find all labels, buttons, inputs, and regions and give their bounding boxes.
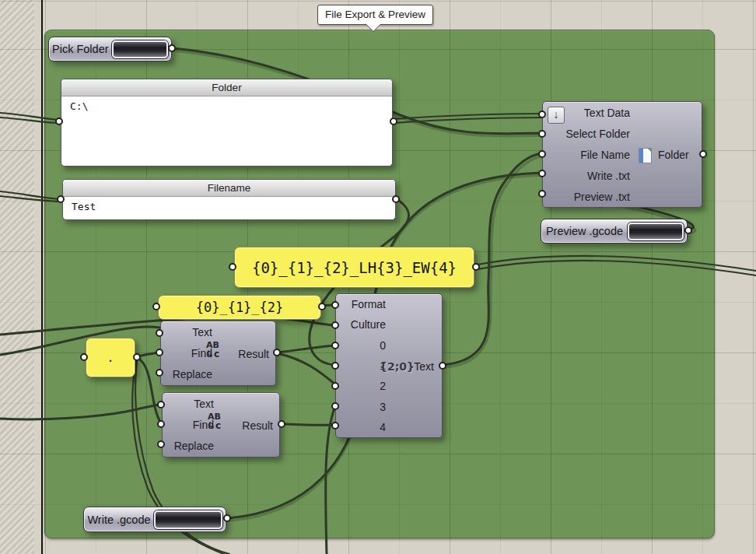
format-pattern-icon: {2;0} — [380, 360, 415, 373]
replace-ab-to-c-icon: AB ↳c — [206, 341, 219, 359]
format-input-3: 3 — [380, 401, 386, 413]
format-short-value: {0}_{1}_{2} — [196, 300, 284, 315]
textdata-grip-in-1[interactable] — [538, 130, 546, 138]
format-short-output-grip[interactable] — [318, 303, 326, 310]
folder-panel-input-grip[interactable] — [55, 117, 63, 125]
format-string-input-grip[interactable] — [229, 263, 236, 271]
write-gcode-button[interactable]: Write .gcode — [83, 507, 226, 532]
replace2-grip-replace[interactable] — [157, 440, 165, 448]
replace1-grip-replace[interactable] — [156, 369, 163, 377]
format-grip-culture[interactable] — [331, 321, 339, 329]
write-gcode-output-grip[interactable] — [223, 514, 231, 522]
replace2-output-result: Result — [242, 419, 273, 432]
textdata-grip-in-0[interactable] — [538, 110, 546, 118]
preview-gcode-label: Preview .gcode — [541, 225, 628, 237]
pick-folder-pressable[interactable] — [112, 40, 168, 58]
folder-panel[interactable]: Folder C:\ — [61, 79, 393, 167]
preview-gcode-output-grip[interactable] — [684, 226, 692, 234]
format-input-2: 2 — [380, 380, 386, 392]
format-short-input-grip[interactable] — [152, 303, 160, 310]
separator-value: . — [107, 351, 114, 365]
replace1-output-result: Result — [238, 348, 269, 360]
replace-text-component-2[interactable]: Text Find Replace AB ↳c Result — [162, 392, 280, 458]
filename-panel-input-grip[interactable] — [57, 195, 65, 203]
replace2-grip-result[interactable] — [278, 420, 285, 428]
textdata-input-filename: File Name — [580, 149, 630, 161]
separator-input-grip[interactable] — [80, 353, 88, 361]
format-short-panel[interactable]: {0}_{1}_{2} — [158, 295, 321, 320]
folder-panel-value[interactable]: C:\ — [61, 96, 392, 116]
textdata-input-previewtxt: Preview .txt — [574, 191, 630, 203]
filename-panel-value[interactable]: Test — [63, 197, 395, 216]
replace1-grip-text[interactable] — [156, 329, 163, 337]
filename-panel[interactable]: Filename Test — [62, 179, 396, 220]
textdata-input-selectfolder: Select Folder — [566, 128, 630, 140]
textdata-grip-in-2[interactable] — [538, 150, 546, 158]
replace1-grip-find[interactable] — [156, 349, 163, 356]
format-grip-3[interactable] — [331, 402, 339, 410]
replace1-input-text: Text — [192, 326, 212, 338]
format-grip-format[interactable] — [331, 301, 339, 309]
format-grip-4[interactable] — [331, 422, 339, 430]
separator-panel[interactable]: . — [86, 338, 135, 377]
preview-gcode-pressable[interactable] — [628, 223, 684, 240]
textdata-input-textdata: Text Data — [584, 107, 630, 119]
pick-folder-button[interactable]: Pick Folder — [48, 37, 172, 61]
replace2-input-replace: Replace — [174, 440, 214, 452]
write-gcode-pressable[interactable] — [154, 510, 222, 529]
grasshopper-canvas: { "group": { "title": "File Export & Pre… — [0, 0, 756, 554]
text-file-icon — [639, 148, 652, 163]
format-grip-text-out[interactable] — [439, 362, 446, 370]
replace-text-component-1[interactable]: Text Find Replace AB ↳c Result — [160, 321, 276, 386]
textdata-output-folder: Folder — [658, 149, 689, 161]
replace-ab-to-c-icon: AB ↳c — [208, 412, 221, 430]
replace2-grip-find[interactable] — [157, 420, 165, 428]
group-title-tag[interactable]: File Export & Preview — [317, 5, 433, 25]
folder-panel-title: Folder — [61, 79, 392, 96]
preview-gcode-button[interactable]: Preview .gcode — [541, 219, 688, 244]
format-string-panel[interactable]: {0}_{1}_{2}_LH{3}_EW{4} — [234, 247, 474, 288]
format-grip-1[interactable] — [331, 362, 339, 370]
format-string-value: {0}_{1}_{2}_LH{3}_EW{4} — [252, 259, 457, 276]
filename-panel-output-grip[interactable] — [392, 195, 400, 203]
folder-panel-output-grip[interactable] — [390, 117, 397, 125]
format-grip-2[interactable] — [331, 382, 339, 390]
format-grip-0[interactable] — [331, 342, 339, 349]
filename-panel-title: Filename — [63, 180, 395, 197]
textdata-grip-in-3[interactable] — [538, 170, 546, 177]
pick-folder-label: Pick Folder — [49, 43, 112, 55]
textdata-input-writetxt: Write .txt — [587, 170, 630, 182]
replace1-input-replace: Replace — [173, 368, 212, 380]
format-input-0: 0 — [380, 339, 386, 352]
format-component[interactable]: Format Culture 0 1 2 3 4 {2;0} Text — [335, 293, 443, 438]
group-title: File Export & Preview — [325, 9, 425, 20]
pick-folder-output-grip[interactable] — [168, 44, 176, 52]
format-input-4: 4 — [380, 421, 386, 433]
replace2-grip-text[interactable] — [157, 401, 165, 408]
replace2-input-text: Text — [194, 398, 214, 410]
separator-output-grip[interactable] — [133, 353, 141, 361]
format-output-text: Text — [414, 360, 434, 373]
replace1-grip-result[interactable] — [273, 349, 281, 356]
write-gcode-label: Write .gcode — [84, 514, 154, 526]
format-input-culture: Culture — [351, 318, 386, 331]
textdata-grip-in-4[interactable] — [538, 190, 546, 198]
group-title-pointer — [366, 24, 380, 31]
format-string-output-grip[interactable] — [472, 263, 480, 271]
textdata-grip-out-folder[interactable] — [699, 150, 707, 158]
format-input-format: Format — [352, 298, 386, 310]
text-data-component[interactable]: ↓ Text Data Select Folder File Name Writ… — [542, 101, 702, 208]
